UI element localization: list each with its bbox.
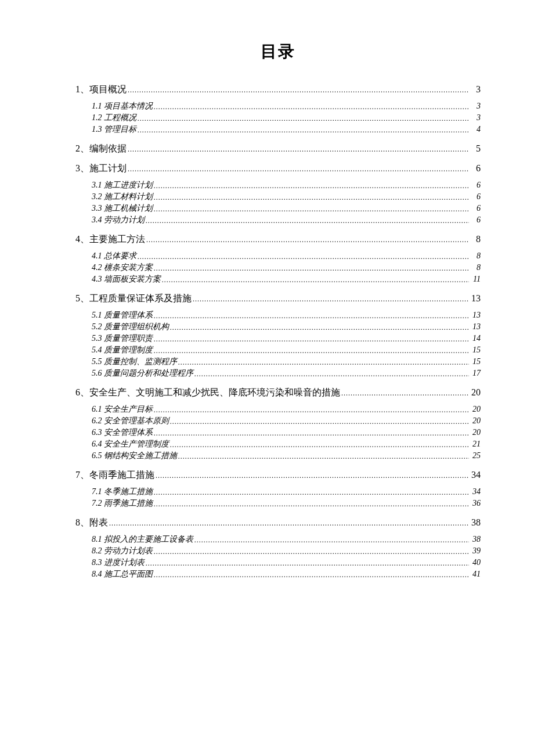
toc-leader-dots — [154, 102, 469, 110]
toc-entry-label: 6.2 安全管理基本原则 — [92, 417, 169, 425]
toc-entry-level2: 6.1 安全生产目标20 — [75, 405, 481, 413]
toc-entry-page: 15 — [470, 346, 481, 354]
toc-entry-page: 41 — [470, 570, 481, 578]
table-of-contents: 1、项目概况31.1 项目基本情况31.2 工程概况31.3 管理目标42、编制… — [75, 85, 481, 578]
toc-entry-label: 1.2 工程概况 — [92, 114, 136, 122]
toc-entry-level2: 7.2 雨季施工措施36 — [75, 499, 481, 507]
toc-leader-dots — [178, 452, 469, 460]
toc-entry-label: 4.2 檩条安装方案 — [92, 264, 153, 272]
toc-entry-level2: 8.3 进度计划表40 — [75, 559, 481, 567]
toc-entry-level1: 8、附表38 — [75, 518, 481, 527]
toc-leader-dots — [341, 388, 469, 397]
toc-leader-dots — [154, 488, 469, 496]
toc-entry-level2: 1.2 工程概况3 — [75, 114, 481, 122]
toc-entry-label: 1.3 管理目标 — [92, 125, 136, 134]
toc-entry-label: 6、安全生产、文明施工和减少扰民、降底环境污染和噪音的措施 — [75, 388, 340, 397]
toc-entry-level1: 4、主要施工方法8 — [75, 235, 481, 244]
toc-entry-label: 4.3 墙面板安装方案 — [92, 275, 161, 283]
toc-entry-label: 8.4 施工总平面图 — [92, 570, 153, 578]
toc-entry-level2: 6.3 安全管理体系20 — [75, 429, 481, 437]
toc-entry-level2: 3.3 施工机械计划6 — [75, 204, 481, 213]
toc-entry-level2: 5.4 质量管理制度15 — [75, 346, 481, 354]
toc-entry-label: 3.1 施工进度计划 — [92, 181, 153, 189]
toc-entry-level2: 7.1 冬季施工措施34 — [75, 488, 481, 496]
toc-entry-level2: 8.1 拟投入的主要施工设备表38 — [75, 535, 481, 543]
toc-entry-label: 5.6 质量问题分析和处理程序 — [92, 369, 193, 377]
toc-leader-dots — [138, 252, 469, 260]
toc-entry-label: 6.3 安全管理体系 — [92, 429, 153, 437]
toc-leader-dots — [194, 535, 469, 543]
toc-leader-dots — [178, 358, 469, 366]
toc-entry-label: 8.1 拟投入的主要施工设备表 — [92, 535, 193, 543]
toc-entry-page: 21 — [470, 440, 481, 448]
toc-entry-label: 4.1 总体要求 — [92, 252, 136, 260]
toc-leader-dots — [128, 144, 469, 153]
toc-leader-dots — [193, 294, 469, 303]
toc-entry-page: 40 — [470, 559, 481, 567]
toc-leader-dots — [154, 346, 469, 354]
toc-entry-level2: 4.3 墙面板安装方案11 — [75, 275, 481, 283]
toc-entry-page: 8 — [470, 264, 481, 272]
toc-entry-page: 20 — [470, 417, 481, 425]
toc-entry-level2: 8.2 劳动力计划表39 — [75, 547, 481, 555]
toc-entry-label: 4、主要施工方法 — [75, 235, 145, 244]
toc-leader-dots — [170, 323, 469, 331]
toc-leader-dots — [170, 417, 469, 425]
toc-entry-level2: 4.1 总体要求8 — [75, 252, 481, 260]
toc-entry-label: 7.1 冬季施工措施 — [92, 488, 153, 496]
toc-entry-page: 13 — [470, 294, 481, 303]
toc-entry-page: 8 — [470, 252, 481, 260]
toc-entry-level1: 7、冬雨季施工措施34 — [75, 470, 481, 480]
toc-entry-label: 5.5 质量控制、监测程序 — [92, 358, 177, 366]
toc-entry-page: 13 — [470, 323, 481, 331]
toc-entry-page: 6 — [470, 193, 481, 201]
toc-entry-label: 3.4 劳动力计划 — [92, 216, 145, 224]
toc-entry-label: 3.3 施工机械计划 — [92, 204, 153, 213]
toc-leader-dots — [154, 405, 469, 413]
toc-entry-label: 2、编制依据 — [75, 144, 127, 153]
toc-entry-level1: 3、施工计划6 — [75, 164, 481, 173]
toc-entry-level2: 5.5 质量控制、监测程序15 — [75, 358, 481, 366]
toc-entry-label: 5、工程质量保证体系及措施 — [75, 294, 192, 303]
toc-entry-page: 4 — [470, 125, 481, 134]
toc-leader-dots — [146, 559, 469, 567]
toc-entry-label: 8、附表 — [75, 518, 108, 527]
toc-entry-label: 6.5 钢结构安全施工措施 — [92, 452, 177, 460]
toc-entry-label: 8.3 进度计划表 — [92, 559, 145, 567]
toc-entry-page: 20 — [470, 388, 481, 397]
toc-entry-label: 7、冬雨季施工措施 — [75, 470, 154, 480]
toc-leader-dots — [138, 114, 469, 122]
toc-leader-dots — [154, 264, 469, 272]
toc-leader-dots — [154, 547, 469, 555]
toc-entry-page: 3 — [470, 102, 481, 110]
toc-entry-label: 5.4 质量管理制度 — [92, 346, 153, 354]
toc-entry-label: 7.2 雨季施工措施 — [92, 499, 153, 507]
toc-entry-label: 6.1 安全生产目标 — [92, 405, 153, 413]
toc-leader-dots — [138, 125, 469, 134]
toc-entry-page: 34 — [470, 470, 481, 480]
toc-leader-dots — [170, 440, 469, 448]
toc-entry-level2: 3.4 劳动力计划6 — [75, 216, 481, 224]
toc-leader-dots — [156, 470, 469, 480]
toc-leader-dots — [154, 181, 469, 189]
toc-leader-dots — [146, 235, 469, 244]
toc-leader-dots — [154, 429, 469, 437]
toc-leader-dots — [154, 499, 469, 507]
toc-entry-page: 34 — [470, 488, 481, 496]
toc-entry-level2: 5.6 质量问题分析和处理程序17 — [75, 369, 481, 377]
toc-entry-level2: 1.1 项目基本情况3 — [75, 102, 481, 110]
toc-entry-page: 6 — [470, 216, 481, 224]
toc-entry-level2: 4.2 檩条安装方案8 — [75, 264, 481, 272]
toc-entry-label: 5.3 质量管理职责 — [92, 334, 153, 343]
toc-entry-page: 20 — [470, 429, 481, 437]
toc-entry-page: 5 — [470, 144, 481, 153]
toc-entry-page: 36 — [470, 499, 481, 507]
toc-entry-label: 5.1 质量管理体系 — [92, 311, 153, 319]
toc-entry-page: 13 — [470, 311, 481, 319]
toc-leader-dots — [128, 85, 469, 94]
toc-entry-level2: 3.1 施工进度计划6 — [75, 181, 481, 189]
toc-entry-label: 1.1 项目基本情况 — [92, 102, 153, 110]
toc-entry-page: 20 — [470, 405, 481, 413]
toc-entry-page: 14 — [470, 334, 481, 343]
toc-entry-page: 15 — [470, 358, 481, 366]
